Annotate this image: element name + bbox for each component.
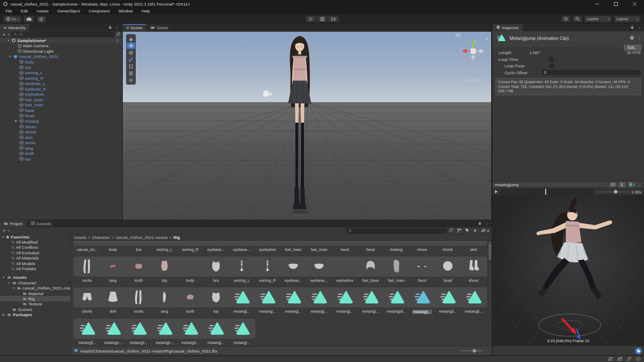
asset-metarig[interactable]: metarig|...	[203, 241, 229, 346]
transform-tool[interactable]	[127, 70, 135, 76]
hidden-count-toggle[interactable]: 4	[481, 229, 489, 233]
thumbnail-size-slider[interactable]	[461, 350, 483, 351]
preview-pivot-button[interactable]	[619, 182, 626, 187]
undo-history-button[interactable]	[561, 15, 571, 22]
directory-monitoring-off-icon[interactable]	[608, 356, 613, 362]
hierarchy-item-shoes[interactable]: shoes	[0, 124, 122, 130]
hierarchy-item-socks[interactable]: socks	[0, 140, 122, 145]
scroll-thumb[interactable]	[489, 244, 491, 260]
loop-time-checkbox[interactable]	[549, 57, 553, 61]
asset-metarig[interactable]: metarig|...	[229, 241, 255, 346]
header-menu-icon[interactable]: ⋮	[638, 36, 641, 40]
menu-assets[interactable]: Assets	[33, 9, 53, 13]
folder-material[interactable]: Material	[0, 291, 70, 296]
asset-metarig[interactable]: metarig|...	[358, 241, 383, 346]
speed-slider-knob[interactable]	[614, 190, 617, 193]
hierarchy-item-eyebase_L[interactable]: eyebase_L	[0, 81, 122, 86]
favorite-all-prefabs[interactable]: All Prefabs	[0, 266, 70, 271]
panel-menu-icon[interactable]: ⋮	[115, 26, 119, 30]
search-by-type-icon[interactable]	[449, 228, 453, 233]
preview-speed-slider[interactable]	[596, 192, 629, 192]
hierarchy-item-earring_R[interactable]: earring_R	[0, 75, 122, 81]
help-icon[interactable]: ?	[630, 36, 634, 41]
asset-metarigr[interactable]: metarig|r...	[126, 241, 152, 346]
overlay-menu-handle[interactable]	[456, 34, 461, 36]
project-search-input[interactable]	[346, 228, 447, 233]
filter-by-label-icon[interactable]	[465, 228, 469, 233]
preview-play-button[interactable]	[492, 190, 500, 193]
asset-metarig[interactable]: metarig|...	[332, 241, 358, 346]
asset-metarigr[interactable]: metarig|r...	[100, 241, 126, 346]
panel-menu-icon[interactable]: ⋮	[485, 222, 489, 226]
preview-avatar-button[interactable]: ▾	[628, 182, 636, 187]
hierarchy-item-top[interactable]: top	[0, 156, 122, 162]
tab-game[interactable]: Game	[146, 24, 172, 31]
animation-preview-viewport[interactable]: 0:23 (048.0%) Frame 23	[492, 195, 644, 346]
scene-character[interactable]	[274, 33, 325, 215]
version-control-icon[interactable]	[36, 16, 46, 23]
favorite-all-modified[interactable]: All Modified	[0, 239, 70, 244]
hierarchy-item-directional-light[interactable]: Directional Light	[0, 48, 122, 54]
breadcrumb-casual_clothes_0021-assets[interactable]: casual_clothes_0021-Assets	[115, 235, 167, 240]
folder-texture[interactable]: Texture	[0, 302, 70, 307]
folder-casual-clothes-0021-ass[interactable]: ▼casual_clothes_0021-Ass	[0, 286, 70, 291]
lock-icon[interactable]	[478, 221, 481, 226]
tab-inspector[interactable]: i Inspector	[492, 24, 523, 31]
menu-component[interactable]: Component	[85, 9, 114, 13]
asset-metarigl[interactable]: metarig|l...	[435, 241, 461, 346]
grid-scrollbar[interactable]: ▲	[488, 241, 492, 346]
step-button[interactable]	[328, 15, 339, 22]
breadcrumb-rig[interactable]: Rig	[173, 235, 180, 240]
camera-gizmo-icon[interactable]	[262, 90, 272, 97]
folder-packages[interactable]: ▶Packages	[0, 312, 70, 317]
collab-status-icon[interactable]	[636, 356, 641, 362]
hierarchy-item-tooth[interactable]: tooth	[0, 151, 122, 156]
asset-metarigr[interactable]: metarig|r...	[177, 241, 203, 346]
loop-pose-checkbox[interactable]	[550, 64, 554, 68]
tab-project[interactable]: Project	[0, 220, 27, 227]
hierarchy-scene-header[interactable]: ▼SampleScene*⋮	[0, 38, 122, 43]
scale-tool[interactable]	[127, 56, 135, 63]
hierarchy-item-main-camera[interactable]: Main Camera	[0, 43, 122, 49]
preview-menu-icon[interactable]: ⋮	[638, 182, 642, 187]
pause-button[interactable]	[317, 15, 328, 22]
hierarchy-item-eyelashes[interactable]: eyelashes	[0, 91, 122, 97]
auto-refresh-off-icon[interactable]	[627, 356, 632, 362]
asset-metarig[interactable]: metarig|...	[255, 241, 280, 346]
hierarchy-item-body[interactable]: body	[0, 59, 122, 65]
scroll-up-arrow[interactable]: ▲	[488, 241, 492, 243]
favorite-all-excluded[interactable]: All Excluded	[0, 250, 70, 255]
item-menu-icon[interactable]: ⋮	[115, 38, 122, 42]
asset-metarigj[interactable]: metarig|j...	[409, 241, 435, 346]
hierarchy-item-tang[interactable]: tang	[0, 145, 122, 151]
rect-tool[interactable]	[127, 63, 135, 69]
size-slider-knob[interactable]	[473, 349, 476, 353]
hierarchy-search-input[interactable]	[11, 32, 115, 37]
breadcrumb-character[interactable]: Character	[92, 235, 110, 240]
folder-rig[interactable]: Rig	[0, 296, 70, 301]
lock-icon[interactable]	[109, 25, 112, 30]
maximize-button[interactable]	[606, 0, 625, 8]
hierarchy-item-bra[interactable]: bra	[0, 65, 122, 70]
cache-server-off-icon[interactable]	[617, 356, 623, 362]
folder-character[interactable]: ▼Character	[0, 280, 70, 285]
hierarchy-item-hair_main[interactable]: hair_main	[0, 103, 122, 108]
move-tool[interactable]	[127, 42, 135, 49]
axis-orientation-gizmo[interactable]: y x	[459, 38, 487, 65]
hierarchy-item-metarig[interactable]: ▶metarig	[0, 118, 122, 124]
view-hand-tool[interactable]	[127, 36, 135, 42]
hierarchy-item-head[interactable]: head	[0, 113, 122, 119]
create-add-button[interactable]: ＋	[2, 31, 6, 38]
menu-help[interactable]: Help	[137, 9, 154, 13]
asset-metarig[interactable]: metarig|...	[280, 241, 306, 346]
close-button[interactable]	[625, 0, 644, 8]
folder-scenes[interactable]: Scenes	[0, 307, 70, 312]
cycle-offset-field[interactable]: 0	[542, 70, 641, 75]
favorite-all-materials[interactable]: All Materials	[0, 256, 70, 261]
tab-scene[interactable]: # Scene	[123, 24, 146, 31]
timeline-scrubber[interactable]	[545, 189, 546, 195]
scene-viewport[interactable]: y x ◄ Persp	[123, 32, 491, 220]
preview-2d-toggle[interactable]: 2D	[609, 182, 617, 187]
pick-window-icon[interactable]	[116, 32, 120, 37]
search-everywhere-button[interactable]	[573, 15, 582, 22]
